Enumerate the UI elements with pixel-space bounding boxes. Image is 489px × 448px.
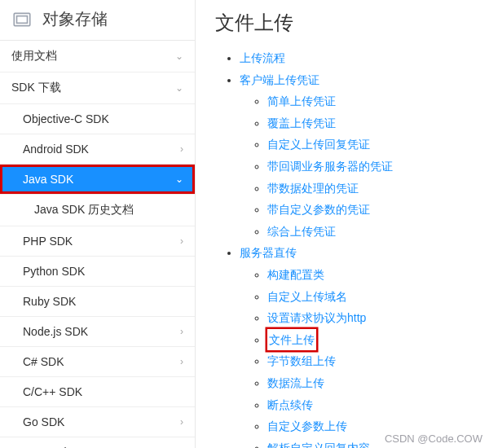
sidebar-item-label: Python SDK [23, 265, 85, 278]
sidebar-item-label: SDK 下载 [11, 81, 61, 95]
sidebar: 对象存储 使用文档⌄SDK 下载⌄Objective-C SDKAndroid … [0, 0, 196, 448]
toc-item: 简单上传凭证 [267, 90, 489, 112]
svg-rect-1 [17, 15, 28, 23]
sidebar-item-6[interactable]: PHP SDK› [0, 226, 195, 257]
toc-link[interactable]: 自定义上传回复凭证 [267, 138, 370, 151]
chev-down-icon: ⌄ [175, 51, 183, 62]
sidebar-item-label: Objective-C SDK [23, 112, 109, 125]
toc-link[interactable]: 数据流上传 [267, 376, 324, 389]
sidebar-item-1[interactable]: SDK 下载⌄ [0, 72, 195, 104]
sidebar-item-8[interactable]: Ruby SDK [0, 287, 195, 317]
chev-right-icon: › [180, 356, 183, 367]
chev-right-icon: › [180, 416, 183, 428]
sidebar-item-label: C# SDK [23, 355, 64, 368]
sidebar-item-13[interactable]: JavaScript SDK› [0, 437, 195, 448]
toc-link[interactable]: 覆盖上传凭证 [267, 116, 336, 130]
sidebar-item-label: C/C++ SDK [23, 385, 82, 398]
toc-link[interactable]: 带回调业务服务器的凭证 [267, 160, 393, 173]
toc-item: 带数据处理的凭证 [267, 178, 489, 200]
toc-item: 文件上传 [267, 329, 489, 351]
toc-list: 上传流程客户端上传凭证简单上传凭证覆盖上传凭证自定义上传回复凭证带回调业务服务器… [215, 47, 489, 448]
toc-item: 服务器直传构建配置类自定义上传域名设置请求协议为http文件上传字节数组上传数据… [240, 242, 489, 448]
toc-item: 带自定义参数的凭证 [267, 199, 489, 221]
sidebar-item-5[interactable]: Java SDK 历史文档 [0, 195, 195, 226]
sidebar-menu: 使用文档⌄SDK 下载⌄Objective-C SDKAndroid SDK›J… [0, 41, 195, 448]
toc-link[interactable]: 解析自定义回复内容 [267, 441, 370, 448]
toc-item: 上传流程 [240, 47, 489, 69]
toc-link[interactable]: 自定义上传域名 [267, 290, 347, 303]
toc-link[interactable]: 构建配置类 [267, 268, 324, 281]
sidebar-item-10[interactable]: C# SDK› [0, 347, 195, 377]
toc-item: 自定义参数上传 [267, 415, 489, 437]
sidebar-item-label: Java SDK [23, 173, 73, 186]
chev-right-icon: › [180, 326, 183, 337]
sidebar-item-7[interactable]: Python SDK [0, 257, 195, 287]
toc-link[interactable]: 自定义参数上传 [267, 419, 347, 433]
sidebar-item-9[interactable]: Node.js SDK› [0, 317, 195, 347]
toc-item: 字节数组上传 [267, 350, 489, 372]
toc-item: 断点续传 [267, 394, 489, 416]
sidebar-title-row: 对象存储 [0, 0, 195, 41]
sidebar-item-12[interactable]: Go SDK› [0, 407, 195, 437]
toc-item: 解析自定义回复内容 [267, 437, 489, 448]
sidebar-item-11[interactable]: C/C++ SDK [0, 377, 195, 407]
sidebar-item-3[interactable]: Android SDK› [0, 134, 195, 165]
toc-sublist: 构建配置类自定义上传域名设置请求协议为http文件上传字节数组上传数据流上传断点… [240, 264, 489, 448]
sidebar-item-label: Node.js SDK [23, 325, 88, 338]
highlight-box: 文件上传 [267, 329, 316, 351]
sidebar-item-label: PHP SDK [23, 235, 73, 248]
toc-item: 带回调业务服务器的凭证 [267, 156, 489, 178]
chev-right-icon: › [180, 143, 183, 155]
toc-link[interactable]: 带自定义参数的凭证 [267, 203, 370, 216]
sidebar-item-2[interactable]: Objective-C SDK [0, 104, 195, 134]
toc-item: 设置请求协议为http [267, 307, 489, 329]
sidebar-item-label: 使用文档 [11, 49, 57, 64]
toc-item: 构建配置类 [267, 264, 489, 286]
toc-link[interactable]: 上传流程 [240, 51, 285, 64]
sidebar-item-label: Ruby SDK [23, 295, 76, 308]
chev-right-icon: › [180, 235, 183, 247]
sidebar-item-label: Android SDK [23, 143, 89, 156]
toc-link[interactable]: 文件上传 [269, 333, 315, 346]
sidebar-item-label: Go SDK [23, 415, 64, 428]
chev-down-icon: ⌄ [175, 82, 183, 94]
toc-link[interactable]: 简单上传凭证 [267, 94, 336, 108]
storage-icon [11, 9, 33, 30]
toc-link[interactable]: 断点续传 [267, 398, 313, 411]
toc-link[interactable]: 服务器直传 [240, 246, 297, 259]
sidebar-title: 对象存储 [42, 8, 108, 30]
toc-link[interactable]: 客户端上传凭证 [240, 73, 319, 86]
toc-item: 覆盖上传凭证 [267, 112, 489, 134]
toc-item: 客户端上传凭证简单上传凭证覆盖上传凭证自定义上传回复凭证带回调业务服务器的凭证带… [240, 69, 489, 243]
toc-link[interactable]: 设置请求协议为http [267, 311, 366, 324]
page-heading: 文件上传 [215, 10, 489, 36]
toc-link[interactable]: 带数据处理的凭证 [267, 182, 359, 195]
sidebar-item-4[interactable]: Java SDK⌄ [0, 165, 195, 195]
toc-item: 自定义上传回复凭证 [267, 134, 489, 156]
chev-down-icon: ⌄ [175, 173, 183, 185]
sidebar-item-0[interactable]: 使用文档⌄ [0, 41, 195, 72]
toc-link[interactable]: 字节数组上传 [267, 354, 336, 367]
sidebar-item-label: Java SDK 历史文档 [34, 203, 134, 217]
content-area: 文件上传 上传流程客户端上传凭证简单上传凭证覆盖上传凭证自定义上传回复凭证带回调… [196, 0, 489, 448]
toc-item: 自定义上传域名 [267, 286, 489, 308]
toc-sublist: 简单上传凭证覆盖上传凭证自定义上传回复凭证带回调业务服务器的凭证带数据处理的凭证… [240, 90, 489, 242]
toc-item: 综合上传凭证 [267, 221, 489, 243]
toc-item: 数据流上传 [267, 372, 489, 394]
toc-link[interactable]: 综合上传凭证 [267, 225, 336, 238]
